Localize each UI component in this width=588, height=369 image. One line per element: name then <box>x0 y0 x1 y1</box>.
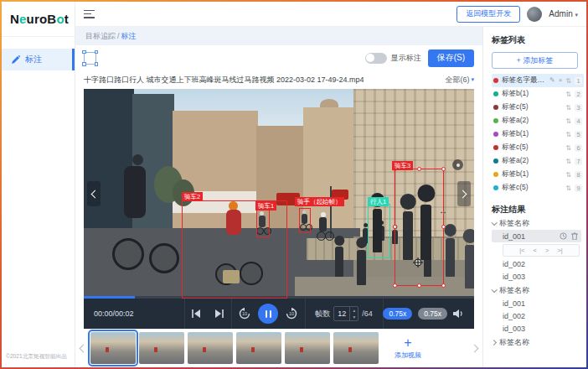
scene-wheel <box>325 231 334 241</box>
annotation-box[interactable] <box>182 200 287 299</box>
result-item[interactable]: id_003 <box>492 270 581 283</box>
annotation-label[interactable]: 骑车2 <box>182 192 203 201</box>
tag-row[interactable]: 标签c(5)⇅3 <box>492 101 584 114</box>
trash-icon[interactable] <box>571 232 578 240</box>
result-group-header[interactable]: 标签名称 <box>492 284 581 297</box>
prev-frame-button[interactable] <box>192 309 201 318</box>
sort-tag-icon[interactable]: ⇅ <box>565 144 571 152</box>
sidebar-item-annotate[interactable]: 标注 <box>2 49 75 70</box>
resize-handle[interactable] <box>441 225 446 229</box>
user-menu[interactable]: Admin ▾ <box>549 9 578 18</box>
breadcrumb-current: 标注 <box>121 31 137 42</box>
sort-tag-icon[interactable]: ⇅ <box>565 131 571 138</box>
tag-row[interactable]: 标签a(2)⇅4 <box>492 114 584 127</box>
next-video-chevron[interactable] <box>457 181 471 206</box>
save-button[interactable]: 保存(S) <box>428 49 474 67</box>
result-item[interactable]: id_002 <box>492 257 581 270</box>
annotation-label[interactable]: 骑车1 <box>255 201 276 210</box>
label-filter-dropdown[interactable]: 全部(6)▾ <box>445 75 474 86</box>
strip-next-chevron[interactable] <box>471 335 481 361</box>
sort-tag-icon[interactable]: ⇅ <box>565 158 571 165</box>
history-icon[interactable] <box>560 232 567 240</box>
edit-tag-icon[interactable]: ✎ <box>549 77 555 84</box>
tag-row[interactable]: 标签b(1)⇅2 <box>492 87 584 101</box>
annotation-box-selected[interactable] <box>395 169 444 286</box>
tag-row[interactable]: 标签c(5)⇅9 <box>492 181 584 195</box>
annotation-label[interactable]: 行人1 <box>368 197 389 206</box>
tag-color-dot <box>493 91 498 96</box>
tag-row[interactable]: 标签c(5)⇅6 <box>492 141 584 154</box>
resize-handle[interactable] <box>393 283 397 288</box>
sort-tag-icon[interactable]: ⇅ <box>565 117 571 125</box>
resize-handle[interactable] <box>393 225 397 229</box>
last-page-button[interactable]: >| <box>557 247 562 254</box>
toggle-label: 显示标注 <box>391 53 421 64</box>
annotation-box[interactable] <box>368 204 390 258</box>
annotation-box[interactable] <box>299 208 311 233</box>
logo-text: uroB <box>27 12 57 26</box>
rect-select-tool-icon[interactable] <box>84 52 96 65</box>
sort-tag-icon[interactable]: ⇅ <box>565 91 571 98</box>
tag-row[interactable]: 标签b(1)⇅8 <box>492 168 584 181</box>
sort-tag-icon[interactable]: ⇅ <box>565 104 571 112</box>
frame-step-up-icon[interactable]: ▴ <box>350 307 358 314</box>
back-to-model-dev-button[interactable]: 返回模型开发 <box>456 6 520 23</box>
video-thumbnail[interactable] <box>90 332 136 364</box>
speed-badge[interactable]: 0.75x <box>418 308 447 320</box>
resize-handle[interactable] <box>441 283 446 288</box>
sort-tag-icon[interactable]: ⇅ <box>565 184 571 192</box>
delete-tag-icon[interactable]: × <box>559 77 563 84</box>
tag-color-dot <box>493 145 498 150</box>
video-thumbnail[interactable] <box>333 332 379 364</box>
result-item[interactable]: id_002 <box>492 309 581 322</box>
tag-row[interactable]: 标签a(2)⇅7 <box>492 154 584 168</box>
resize-handle[interactable] <box>441 167 446 171</box>
first-page-button[interactable]: |< <box>519 247 524 254</box>
scene-wheel <box>112 238 144 270</box>
resize-handle[interactable] <box>417 167 421 171</box>
next-page-button[interactable]: > <box>545 247 549 254</box>
annotation-label[interactable]: 骑车3 <box>392 161 413 170</box>
annotation-label[interactable]: 骑手（起始帧） <box>295 197 344 206</box>
result-group-header[interactable]: 标签名称 <box>492 336 581 349</box>
video-thumbnail[interactable] <box>139 332 184 364</box>
result-id: id_002 <box>503 312 525 320</box>
tag-row[interactable]: 标签b(1)⇅5 <box>492 127 584 141</box>
add-video-button[interactable]: + 添加视频 <box>382 331 434 365</box>
volume-icon[interactable] <box>453 309 464 319</box>
add-tag-button[interactable]: + 添加标签 <box>492 52 578 69</box>
tag-name: 标签名字最长数... <box>502 75 546 86</box>
video-thumbnail[interactable] <box>188 332 233 364</box>
prev-page-button[interactable]: < <box>534 247 537 254</box>
next-frame-button[interactable] <box>214 309 224 318</box>
breadcrumb-parent[interactable]: 目标追踪 <box>85 31 116 42</box>
chevron-down-icon: ▾ <box>575 12 578 18</box>
tag-list-title: 标签列表 <box>492 34 581 46</box>
result-item[interactable]: id_003 <box>492 322 581 335</box>
result-item[interactable]: id_001 <box>492 297 581 309</box>
tag-row[interactable]: 标签名字最长数... ✎ × ⇅ 1 <box>492 74 584 87</box>
prev-video-chevron[interactable] <box>87 181 101 206</box>
replay-10-button[interactable]: 10 <box>239 308 250 320</box>
video-thumbnail[interactable] <box>236 332 281 364</box>
result-item-selected[interactable]: id_001 <box>492 230 581 242</box>
pause-button[interactable] <box>258 304 278 324</box>
avatar[interactable] <box>527 7 542 22</box>
video-thumbnail[interactable] <box>285 332 330 364</box>
forward-10-button[interactable]: 10 <box>286 308 297 320</box>
show-annotations-toggle[interactable] <box>365 53 387 64</box>
annotation-box[interactable] <box>256 209 270 237</box>
collapse-sidebar-icon[interactable] <box>84 10 95 18</box>
frame-step-down-icon[interactable]: ▾ <box>350 314 358 320</box>
speed-badge-active[interactable]: 0.75x <box>383 308 412 320</box>
resize-handle[interactable] <box>417 283 421 288</box>
scene-pedestrian <box>335 247 343 277</box>
frame-number-input[interactable] <box>334 307 349 320</box>
tag-name: 标签c(5) <box>502 183 562 193</box>
scene-wheel <box>149 243 179 273</box>
result-group-header[interactable]: 标签名称 <box>492 217 581 230</box>
sort-tag-icon[interactable]: ⇅ <box>565 77 571 85</box>
strip-prev-chevron[interactable] <box>77 335 87 361</box>
track-point-button[interactable] <box>452 159 463 170</box>
sort-tag-icon[interactable]: ⇅ <box>565 171 571 179</box>
